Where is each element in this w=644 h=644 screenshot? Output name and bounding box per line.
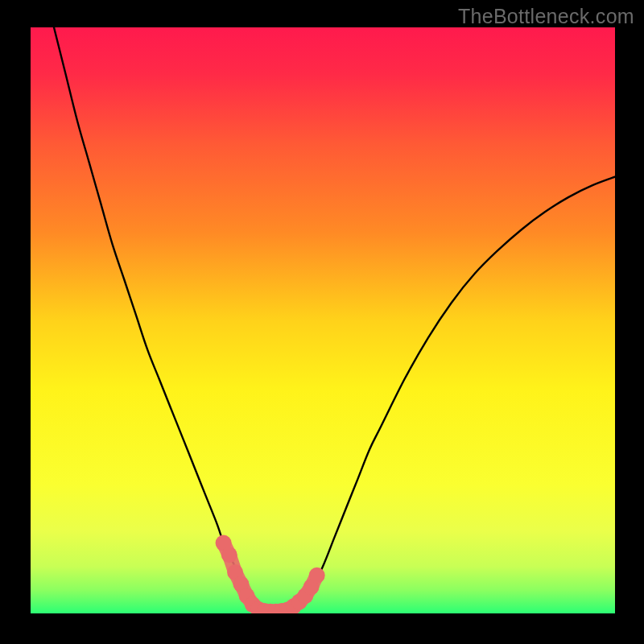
bottleneck-chart bbox=[31, 27, 615, 613]
watermark-text: TheBottleneck.com bbox=[458, 5, 634, 28]
marker-dot bbox=[221, 547, 237, 563]
outer-frame: TheBottleneck.com bbox=[0, 0, 644, 644]
gradient-background bbox=[31, 27, 615, 613]
marker-dot bbox=[309, 568, 325, 584]
